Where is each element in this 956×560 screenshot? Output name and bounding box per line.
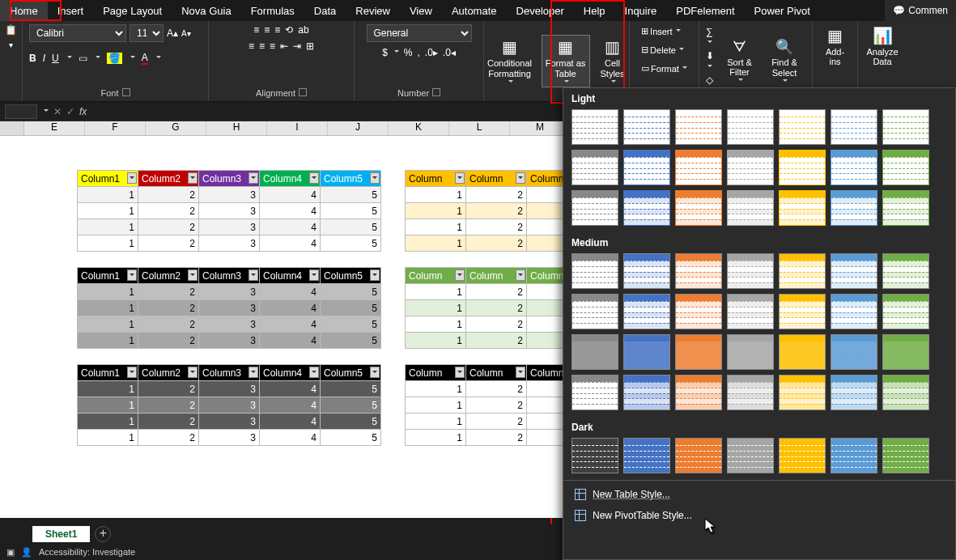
col-header[interactable]: G <box>146 121 206 135</box>
table-cell[interactable]: 1 <box>78 397 138 414</box>
data-table[interactable]: ColumnColumnColumn123123123123 <box>405 364 588 446</box>
table-style-swatch[interactable] <box>727 438 774 473</box>
col-header[interactable]: H <box>206 121 267 135</box>
filter-dropdown[interactable] <box>370 367 380 378</box>
table-style-swatch[interactable] <box>831 438 877 473</box>
table-style-swatch[interactable] <box>623 375 670 410</box>
filter-dropdown[interactable] <box>370 172 380 184</box>
table-cell[interactable]: 4 <box>260 284 321 300</box>
align-left-icon[interactable]: ≡ <box>249 40 254 52</box>
table-style-swatch[interactable] <box>727 294 774 329</box>
table-cell[interactable]: 3 <box>199 381 260 397</box>
align-bottom-icon[interactable]: ≡ <box>274 24 280 36</box>
table-style-swatch[interactable] <box>571 109 618 145</box>
table-style-swatch[interactable] <box>675 253 722 289</box>
sort-filter-button[interactable]: ᗊ Sort & Filter <box>720 37 758 85</box>
table-style-swatch[interactable] <box>882 150 929 185</box>
table-style-swatch[interactable] <box>779 253 826 289</box>
table-cell[interactable]: 3 <box>199 235 260 252</box>
table-style-swatch[interactable] <box>882 109 929 145</box>
table-cell[interactable]: 1 <box>406 316 466 333</box>
table-cell[interactable]: 4 <box>260 316 321 333</box>
table-style-swatch[interactable] <box>623 190 670 226</box>
table-cell[interactable]: 5 <box>321 187 381 203</box>
table-cell[interactable]: 1 <box>406 397 466 414</box>
table-cell[interactable]: 3 <box>199 187 260 203</box>
col-header[interactable]: F <box>85 121 146 135</box>
table-header[interactable]: Column1 <box>78 171 138 187</box>
table-cell[interactable]: 1 <box>406 300 466 316</box>
table-cell[interactable]: 3 <box>199 300 260 316</box>
table-cell[interactable]: 5 <box>321 300 381 316</box>
table-cell[interactable]: 2 <box>466 316 527 333</box>
table-style-swatch[interactable] <box>831 334 877 370</box>
table-cell[interactable]: 1 <box>78 235 138 252</box>
table-cell[interactable]: 4 <box>260 333 321 349</box>
table-header[interactable]: Column4 <box>260 268 321 284</box>
table-cell[interactable]: 2 <box>138 381 199 397</box>
fill-color-button[interactable]: 🪣 <box>107 53 122 64</box>
tab-insert[interactable]: Insert <box>48 0 94 21</box>
table-cell[interactable]: 1 <box>78 219 138 235</box>
table-style-swatch[interactable] <box>571 294 618 329</box>
table-header[interactable]: Column5 <box>321 171 381 187</box>
table-cell[interactable]: 4 <box>260 430 321 446</box>
tab-data[interactable]: Data <box>304 0 346 21</box>
table-cell[interactable]: 5 <box>321 414 381 430</box>
underline-button[interactable]: U <box>52 53 59 64</box>
table-style-swatch[interactable] <box>831 375 877 410</box>
table-cell[interactable]: 5 <box>321 203 381 219</box>
table-style-swatch[interactable] <box>779 438 826 473</box>
table-cell[interactable]: 2 <box>138 414 199 430</box>
table-style-swatch[interactable] <box>571 375 618 410</box>
table-header[interactable]: Column3 <box>199 171 260 187</box>
sheet-tab[interactable]: Sheet1 <box>32 526 90 542</box>
table-style-swatch[interactable] <box>727 334 774 370</box>
filter-dropdown[interactable] <box>516 367 525 378</box>
italic-button[interactable]: I <box>43 53 45 64</box>
table-cell[interactable]: 2 <box>138 203 199 219</box>
format-cells-button[interactable]: ▭Format <box>638 62 690 75</box>
align-middle-icon[interactable]: ≡ <box>264 24 270 36</box>
table-cell[interactable]: 2 <box>138 187 199 203</box>
dropdown-icon[interactable] <box>44 109 49 114</box>
cancel-icon[interactable]: ✕ <box>53 106 62 117</box>
table-style-swatch[interactable] <box>727 150 774 185</box>
filter-dropdown[interactable] <box>455 367 465 378</box>
table-style-swatch[interactable] <box>779 150 826 185</box>
col-header[interactable]: M <box>510 121 571 135</box>
filter-dropdown[interactable] <box>249 269 258 281</box>
table-cell[interactable]: 3 <box>199 219 260 235</box>
col-header[interactable]: J <box>328 121 389 135</box>
table-header[interactable]: Column4 <box>260 171 321 187</box>
col-header[interactable]: L <box>449 121 510 135</box>
data-table[interactable]: Column1Column2Column3Column4Column512345… <box>77 170 381 252</box>
table-cell[interactable]: 1 <box>406 430 466 446</box>
table-style-swatch[interactable] <box>623 294 670 329</box>
table-cell[interactable]: 2 <box>466 414 527 430</box>
table-style-swatch[interactable] <box>675 438 722 473</box>
table-header[interactable]: Column5 <box>321 268 381 284</box>
table-style-swatch[interactable] <box>675 334 722 370</box>
table-cell[interactable]: 4 <box>260 381 321 397</box>
table-cell[interactable]: 5 <box>321 397 381 414</box>
enter-icon[interactable]: ✓ <box>66 106 74 117</box>
table-cell[interactable]: 1 <box>78 316 138 333</box>
table-style-swatch[interactable] <box>727 109 774 145</box>
autosum-icon[interactable]: ∑ <box>706 26 716 49</box>
new-table-style-item[interactable]: New Table Style... <box>563 484 955 505</box>
table-cell[interactable]: 4 <box>260 203 321 219</box>
table-style-swatch[interactable] <box>675 150 722 185</box>
table-style-swatch[interactable] <box>571 334 618 370</box>
align-right-icon[interactable]: ≡ <box>270 40 275 52</box>
table-cell[interactable]: 2 <box>466 284 527 300</box>
table-cell[interactable]: 5 <box>321 235 381 252</box>
alignment-dialog-launcher[interactable] <box>299 88 307 96</box>
table-style-swatch[interactable] <box>882 190 929 226</box>
table-cell[interactable]: 2 <box>138 397 199 414</box>
table-header[interactable]: Column <box>466 365 527 381</box>
table-cell[interactable]: 2 <box>138 219 199 235</box>
table-style-swatch[interactable] <box>882 294 929 329</box>
filter-dropdown[interactable] <box>309 269 319 281</box>
font-dialog-launcher[interactable] <box>122 88 130 96</box>
